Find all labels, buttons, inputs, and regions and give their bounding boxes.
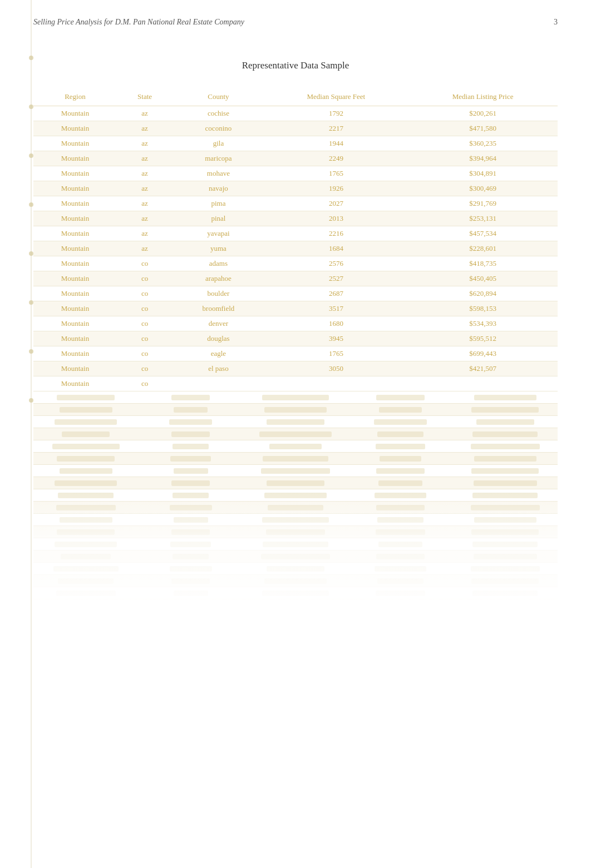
table-cell: az xyxy=(117,136,173,151)
blurred-cell xyxy=(453,428,558,440)
table-cell: pinal xyxy=(173,211,264,226)
table-cell: Mountain xyxy=(33,316,117,331)
table-cell: Mountain xyxy=(33,271,117,286)
table-cell: $598,153 xyxy=(408,301,558,316)
table-cell: cochise xyxy=(173,106,264,121)
table-row: Mountainazgila1944$360,235 xyxy=(33,136,558,151)
table-cell: coconino xyxy=(173,121,264,136)
data-table-container: Region State County Median Square Feet M… xyxy=(33,88,558,391)
table-row: Mountaincodouglas3945$595,512 xyxy=(33,331,558,346)
table-cell: az xyxy=(117,166,173,181)
table-row: Mountainazpima2027$291,769 xyxy=(33,196,558,211)
blur-overlay xyxy=(33,492,558,603)
blurred-row xyxy=(33,477,558,489)
blurred-row xyxy=(33,465,558,477)
table-cell: Mountain xyxy=(33,166,117,181)
table-cell: Mountain xyxy=(33,151,117,166)
blurred-cell xyxy=(348,416,452,428)
table-cell: $228,601 xyxy=(408,241,558,256)
blurred-cell xyxy=(348,428,452,440)
col-state: State xyxy=(117,88,173,106)
table-cell: $360,235 xyxy=(408,136,558,151)
blurred-cell xyxy=(138,465,243,477)
table-cell: Mountain xyxy=(33,106,117,121)
table-cell: $534,393 xyxy=(408,316,558,331)
table-row: Mountaincoadams2576$418,735 xyxy=(33,256,558,271)
blurred-cell xyxy=(453,453,558,464)
table-cell: 2027 xyxy=(264,196,408,211)
table-cell: Mountain xyxy=(33,286,117,301)
blurred-cell xyxy=(243,440,348,452)
table-cell: $418,735 xyxy=(408,256,558,271)
table-cell: az xyxy=(117,181,173,196)
table-cell: 1765 xyxy=(264,166,408,181)
blurred-cell xyxy=(243,404,348,415)
blurred-row xyxy=(33,428,558,440)
table-row: Mountainazmohave1765$304,891 xyxy=(33,166,558,181)
table-cell: $450,405 xyxy=(408,271,558,286)
table-cell: 1944 xyxy=(264,136,408,151)
table-cell: Mountain xyxy=(33,181,117,196)
table-cell: 2217 xyxy=(264,121,408,136)
table-row: Mountaincodenver1680$534,393 xyxy=(33,316,558,331)
table-cell: 2527 xyxy=(264,271,408,286)
table-row: Mountainazpinal2013$253,131 xyxy=(33,211,558,226)
table-cell: Mountain xyxy=(33,226,117,241)
table-cell: Mountain xyxy=(33,376,117,391)
table-cell: $304,891 xyxy=(408,166,558,181)
blurred-cell xyxy=(33,404,138,415)
blurred-cell xyxy=(243,416,348,428)
table-row: Mountainazyuma1684$228,601 xyxy=(33,241,558,256)
blurred-rows-section xyxy=(33,391,558,603)
margin-dots xyxy=(29,56,33,403)
blurred-cell xyxy=(348,465,452,477)
table-row: Mountaincobroomfield3517$598,153 xyxy=(33,301,558,316)
blurred-cell xyxy=(453,416,558,428)
table-cell: Mountain xyxy=(33,301,117,316)
table-row: Mountaincoarapahoe2527$450,405 xyxy=(33,271,558,286)
blurred-cell xyxy=(243,465,348,477)
blurred-cell xyxy=(243,477,348,489)
margin-dot-7 xyxy=(29,349,33,354)
table-cell: Mountain xyxy=(33,331,117,346)
col-median-sqft: Median Square Feet xyxy=(264,88,408,106)
table-cell: yavapai xyxy=(173,226,264,241)
blurred-cell xyxy=(138,477,243,489)
table-row: Mountainazmaricopa2249$394,964 xyxy=(33,151,558,166)
table-cell: $620,894 xyxy=(408,286,558,301)
table-cell: co xyxy=(117,301,173,316)
table-cell: denver xyxy=(173,316,264,331)
page-title: Selling Price Analysis for D.M. Pan Nati… xyxy=(33,18,244,27)
blurred-row xyxy=(33,440,558,453)
blurred-cell xyxy=(33,416,138,428)
blurred-cell xyxy=(138,416,243,428)
table-cell: co xyxy=(117,271,173,286)
table-cell: co xyxy=(117,331,173,346)
col-region: Region xyxy=(33,88,117,106)
table-row: Mountainco xyxy=(33,376,558,391)
table-cell: az xyxy=(117,211,173,226)
blurred-row xyxy=(33,416,558,428)
table-cell: Mountain xyxy=(33,136,117,151)
blurred-cell xyxy=(348,440,452,452)
table-cell: gila xyxy=(173,136,264,151)
margin-dot-1 xyxy=(29,56,33,60)
table-cell: adams xyxy=(173,256,264,271)
blurred-cell xyxy=(33,477,138,489)
page-header: Selling Price Analysis for D.M. Pan Nati… xyxy=(0,0,591,38)
table-cell: pima xyxy=(173,196,264,211)
table-cell: Mountain xyxy=(33,346,117,361)
margin-dot-3 xyxy=(29,153,33,158)
table-cell: 2216 xyxy=(264,226,408,241)
blurred-row xyxy=(33,391,558,404)
table-cell: az xyxy=(117,106,173,121)
blurred-cell xyxy=(348,391,452,403)
table-cell: broomfield xyxy=(173,301,264,316)
table-cell: yuma xyxy=(173,241,264,256)
table-cell: az xyxy=(117,121,173,136)
table-cell: 2013 xyxy=(264,211,408,226)
margin-dot-4 xyxy=(29,202,33,207)
table-cell: maricopa xyxy=(173,151,264,166)
table-cell: co xyxy=(117,361,173,376)
table-body: Mountainazcochise1792$200,261Mountainazc… xyxy=(33,106,558,391)
